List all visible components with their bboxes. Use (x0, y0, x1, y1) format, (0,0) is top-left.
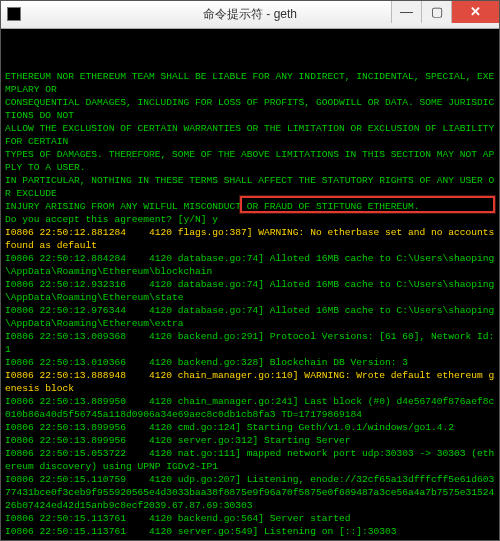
warning-highlight (240, 196, 495, 213)
terminal-line: I0806 22:50:13.010366 4120 backend.go:32… (5, 356, 495, 369)
terminal-line: I0806 22:50:13.888948 4120 chain_manager… (5, 369, 495, 395)
terminal-line: TYPES OF DAMAGES. THEREFORE, SOME OF THE… (5, 148, 495, 174)
window-controls: — ▢ ✕ (391, 1, 499, 24)
terminal-line: CONSEQUENTIAL DAMAGES, INCLUDING FOR LOS… (5, 96, 495, 122)
terminal-line: I0806 22:50:13.899956 4120 server.go:312… (5, 434, 495, 447)
app-window: 命令提示符 - geth — ▢ ✕ ETHEREUM NOR ETHEREUM… (0, 0, 500, 541)
terminal-line: I0806 22:50:12.881284 4120 flags.go:387]… (5, 226, 495, 252)
maximize-button[interactable]: ▢ (421, 1, 451, 23)
terminal-line: I0806 22:50:13.889950 4120 chain_manager… (5, 395, 495, 421)
terminal-line: I0806 22:50:12.884284 4120 database.go:7… (5, 252, 495, 278)
close-button[interactable]: ✕ (451, 1, 499, 23)
terminal-line: I0806 22:50:15.110759 4120 udp.go:207] L… (5, 473, 495, 512)
terminal-line: ALLOW THE EXCLUSION OF CERTAIN WARRANTIE… (5, 122, 495, 148)
terminal-line: I0806 22:50:13.899956 4120 cmd.go:124] S… (5, 421, 495, 434)
terminal-output[interactable]: ETHEREUM NOR ETHEREUM TEAM SHALL BE LIAB… (1, 29, 499, 540)
cmd-icon (7, 7, 21, 21)
terminal-line: I0806 22:50:12.976344 4120 database.go:7… (5, 304, 495, 330)
terminal-line: I0806 22:50:15.053722 4120 nat.go:111] m… (5, 447, 495, 473)
terminal-line: I0806 22:50:15.113761 4120 server.go:549… (5, 525, 495, 538)
minimize-button[interactable]: — (391, 1, 421, 23)
terminal-line: I0806 22:50:13.009368 4120 backend.go:29… (5, 330, 495, 356)
terminal-line: I0806 22:50:15.113761 4120 backend.go:56… (5, 512, 495, 525)
terminal-line: ETHEREUM NOR ETHEREUM TEAM SHALL BE LIAB… (5, 70, 495, 96)
terminal-line: I0806 22:50:12.932316 4120 database.go:7… (5, 278, 495, 304)
title-bar[interactable]: 命令提示符 - geth — ▢ ✕ (1, 1, 499, 29)
window-title: 命令提示符 - geth (203, 6, 297, 23)
terminal-line: I0806 22:50:15.116762 4120 ipc_windows.g… (5, 538, 495, 540)
terminal-line: Do you accept this agreement? [y/N] y (5, 213, 495, 226)
